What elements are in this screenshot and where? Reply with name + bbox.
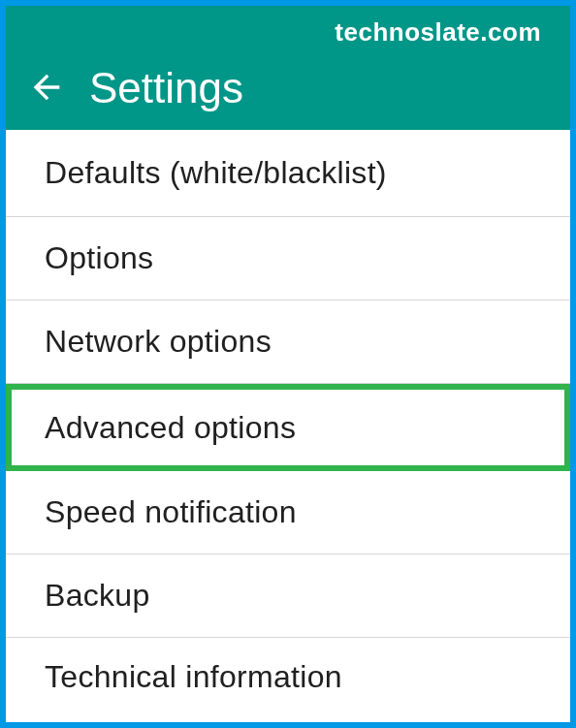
list-item-label: Advanced options	[45, 410, 296, 446]
list-item-options[interactable]: Options	[6, 217, 570, 301]
list-item-technical-information[interactable]: Technical information	[6, 638, 570, 715]
list-item-backup[interactable]: Backup	[6, 554, 570, 638]
page-title: Settings	[89, 64, 243, 112]
settings-list: Defaults (white/blacklist) Options Netwo…	[6, 130, 570, 715]
back-button[interactable]	[23, 66, 70, 112]
list-item-label: Speed notification	[45, 494, 297, 530]
list-item-label: Defaults (white/blacklist)	[45, 155, 387, 191]
list-item-label: Network options	[45, 324, 272, 360]
list-item-label: Backup	[45, 578, 150, 614]
list-item-label: Options	[45, 240, 153, 276]
arrow-left-icon	[27, 68, 66, 111]
list-item-speed-notification[interactable]: Speed notification	[6, 471, 570, 554]
list-item-network-options[interactable]: Network options	[6, 301, 570, 384]
list-item-defaults[interactable]: Defaults (white/blacklist)	[6, 130, 570, 217]
list-item-advanced-options[interactable]: Advanced options	[6, 384, 570, 471]
list-item-label: Technical information	[45, 659, 342, 695]
watermark-text: technoslate.com	[335, 17, 541, 47]
app-header: technoslate.com Settings	[6, 6, 570, 130]
